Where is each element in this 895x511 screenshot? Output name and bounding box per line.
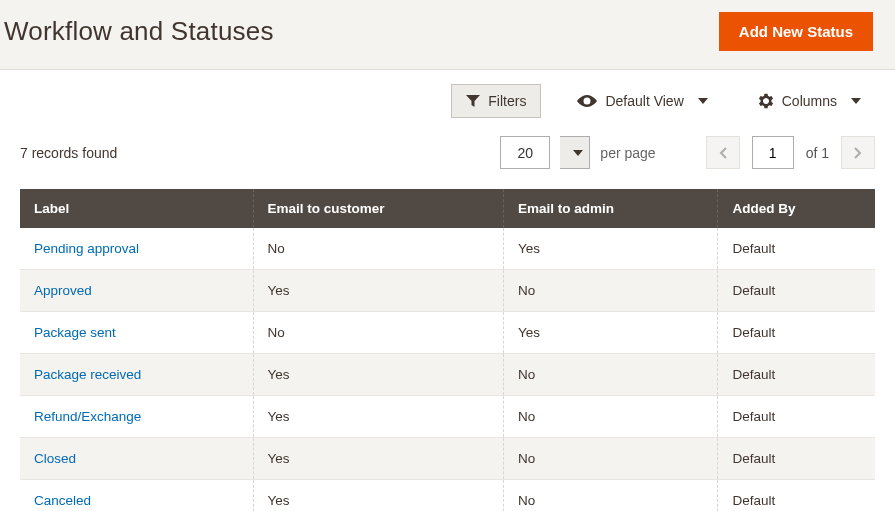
prev-page-button[interactable] [706,136,740,169]
cell-email-admin: Yes [504,312,718,354]
chevron-left-icon [719,147,727,159]
status-link[interactable]: Refund/Exchange [34,409,141,424]
table-row: Pending approvalNoYesDefault [20,228,875,270]
current-page-input[interactable] [752,136,794,169]
cell-email-customer: Yes [253,480,504,512]
filters-label: Filters [488,93,526,109]
status-link[interactable]: Approved [34,283,92,298]
status-grid: Label Email to customer Email to admin A… [20,189,875,511]
cell-added-by: Default [718,270,875,312]
per-page-dropdown-toggle[interactable] [560,136,590,169]
cell-email-customer: No [253,312,504,354]
add-new-status-button[interactable]: Add New Status [719,12,873,51]
page-header: Workflow and Statuses Add New Status [0,0,895,70]
cell-email-admin: No [504,354,718,396]
next-page-button[interactable] [841,136,875,169]
per-page-group: per page [500,136,655,169]
caret-down-icon [851,98,861,104]
cell-label: Closed [20,438,253,480]
cell-email-admin: No [504,480,718,512]
table-row: ApprovedYesNoDefault [20,270,875,312]
pager-controls: per page of 1 [500,136,875,169]
table-row: ClosedYesNoDefault [20,438,875,480]
default-view-button[interactable]: Default View [563,85,721,117]
cell-email-admin: No [504,270,718,312]
status-link[interactable]: Pending approval [34,241,139,256]
gear-icon [758,93,774,109]
eye-icon [577,95,597,107]
table-row: Package sentNoYesDefault [20,312,875,354]
chevron-right-icon [854,147,862,159]
per-page-input[interactable] [500,136,550,169]
grid-toolbar: Filters Default View Columns [0,70,895,126]
cell-email-admin: Yes [504,228,718,270]
cell-label: Pending approval [20,228,253,270]
col-header-email-admin[interactable]: Email to admin [504,189,718,228]
cell-email-customer: Yes [253,396,504,438]
columns-label: Columns [782,93,837,109]
funnel-icon [466,95,480,108]
cell-email-customer: Yes [253,438,504,480]
cell-label: Approved [20,270,253,312]
caret-down-icon [573,150,583,156]
per-page-label: per page [600,145,655,161]
cell-added-by: Default [718,480,875,512]
records-count: 7 records found [20,145,117,161]
default-view-label: Default View [605,93,683,109]
cell-added-by: Default [718,228,875,270]
table-row: Refund/ExchangeYesNoDefault [20,396,875,438]
page-navigation: of 1 [706,136,875,169]
cell-email-customer: No [253,228,504,270]
status-link[interactable]: Canceled [34,493,91,508]
cell-label: Package received [20,354,253,396]
grid-table-wrap: Label Email to customer Email to admin A… [0,189,895,511]
columns-button[interactable]: Columns [744,85,875,117]
table-row: Package receivedYesNoDefault [20,354,875,396]
total-pages: 1 [821,145,829,161]
status-link[interactable]: Closed [34,451,76,466]
cell-added-by: Default [718,354,875,396]
cell-label: Package sent [20,312,253,354]
cell-email-customer: Yes [253,354,504,396]
cell-added-by: Default [718,438,875,480]
cell-label: Canceled [20,480,253,512]
cell-added-by: Default [718,396,875,438]
filters-button[interactable]: Filters [451,84,541,118]
col-header-email-customer[interactable]: Email to customer [253,189,504,228]
table-row: CanceledYesNoDefault [20,480,875,512]
table-header-row: Label Email to customer Email to admin A… [20,189,875,228]
of-label: of [806,145,818,161]
cell-label: Refund/Exchange [20,396,253,438]
page-of-total: of 1 [806,145,829,161]
col-header-added-by[interactable]: Added By [718,189,875,228]
caret-down-icon [698,98,708,104]
cell-email-admin: No [504,438,718,480]
status-link[interactable]: Package received [34,367,141,382]
pager-bar: 7 records found per page of 1 [0,126,895,189]
cell-email-customer: Yes [253,270,504,312]
status-link[interactable]: Package sent [34,325,116,340]
col-header-label[interactable]: Label [20,189,253,228]
cell-email-admin: No [504,396,718,438]
page-title: Workflow and Statuses [4,16,274,47]
cell-added-by: Default [718,312,875,354]
